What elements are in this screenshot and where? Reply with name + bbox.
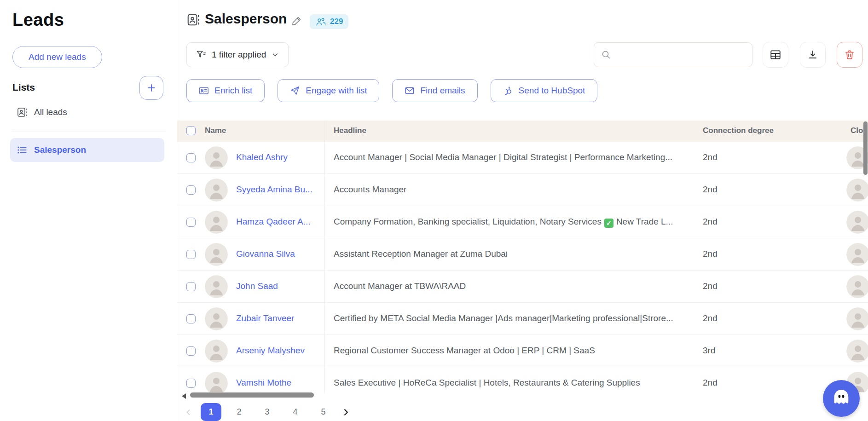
row-checkbox[interactable] — [186, 218, 196, 227]
lead-headline: Assistant Reception Manager at Zuma Duba… — [334, 249, 508, 259]
horizontal-scrollbar[interactable] — [190, 392, 314, 398]
row-checkbox[interactable] — [186, 185, 196, 195]
table-header: Name Headline Connection degree Clo — [177, 121, 868, 142]
add-new-leads-button[interactable]: Add new leads — [12, 46, 102, 68]
page-button-4[interactable]: 4 — [285, 403, 306, 421]
lead-name-link[interactable]: Syyeda Amina Bu... — [236, 185, 312, 195]
page-button-2[interactable]: 2 — [229, 403, 249, 421]
leads-app: Leads Add new leads Lists All leads — [0, 0, 868, 421]
scroll-left-arrow-icon[interactable] — [182, 393, 186, 399]
sidebar-item-label: Salesperson — [34, 145, 86, 155]
white-check-mark-icon — [604, 219, 613, 228]
avatar — [205, 179, 228, 202]
find-emails-button[interactable]: Find emails — [392, 79, 477, 102]
table-row[interactable]: Hamza Qadeer A... Company Formation, Ban… — [177, 206, 868, 238]
lead-headline: Account Manager | Social Media Manager |… — [334, 152, 672, 162]
trash-icon — [844, 49, 856, 61]
avatar — [205, 372, 228, 392]
table-row[interactable]: Giovanna Silva Assistant Reception Manag… — [177, 238, 868, 271]
table-row[interactable]: Khaled Ashry Account Manager | Social Me… — [177, 142, 868, 174]
connection-degree: 2nd — [703, 249, 718, 259]
lead-name-link[interactable]: John Saad — [236, 281, 278, 291]
engage-with-list-button[interactable]: Engage with list — [278, 79, 379, 102]
filter-button[interactable]: 1 filter applied — [186, 42, 289, 67]
sidebar-item-all-leads[interactable]: All leads — [10, 100, 164, 124]
envelope-icon — [405, 86, 415, 96]
table-row[interactable]: Syyeda Amina Bu... Accounts Manager 2nd — [177, 174, 868, 206]
avatar — [846, 243, 868, 266]
download-icon — [807, 49, 819, 61]
column-divider — [324, 121, 325, 392]
search-input[interactable] — [616, 50, 746, 60]
avatar — [205, 243, 228, 266]
previous-page-icon[interactable] — [183, 404, 193, 421]
plus-icon — [146, 82, 157, 93]
lists-heading: Lists — [12, 82, 35, 93]
avatar — [846, 211, 868, 234]
lead-name-link[interactable]: Hamza Qadeer A... — [236, 217, 311, 227]
row-checkbox[interactable] — [186, 314, 196, 323]
connection-degree: 2nd — [703, 281, 718, 291]
sidebar-item-salesperson[interactable]: Salesperson — [10, 138, 164, 162]
row-checkbox[interactable] — [186, 282, 196, 291]
table-row[interactable]: Vamshi Mothe Sales Executive | HoReCa Sp… — [177, 367, 868, 392]
search-box — [594, 42, 752, 67]
sidebar-divider — [12, 132, 166, 132]
row-checkbox[interactable] — [186, 379, 196, 388]
next-page-icon[interactable] — [341, 404, 351, 421]
action-label: Engage with list — [306, 86, 367, 96]
columns-settings-button[interactable] — [763, 42, 788, 68]
page-button-3[interactable]: 3 — [257, 403, 278, 421]
action-label: Enrich list — [214, 86, 252, 96]
vertical-scrollbar[interactable] — [863, 121, 868, 175]
delete-button[interactable] — [837, 42, 862, 68]
connection-degree: 3rd — [703, 346, 715, 356]
add-list-button[interactable] — [139, 76, 163, 100]
column-header-clipped: Clo — [851, 126, 863, 135]
select-all-checkbox[interactable] — [186, 126, 196, 135]
table-grid-icon — [770, 49, 781, 61]
page-title: Leads — [12, 10, 64, 30]
lead-headline: Sales Executive | HoReCa Specialist | Ho… — [334, 378, 640, 388]
sidebar: Leads Add new leads Lists All leads — [0, 0, 177, 421]
avatar — [846, 179, 868, 202]
table-row[interactable]: Zubair Tanveer Certified by META Social … — [177, 303, 868, 335]
edit-pencil-icon[interactable] — [291, 15, 302, 28]
action-label: Find emails — [420, 86, 465, 96]
page-button-1[interactable]: 1 — [201, 403, 221, 421]
sidebar-item-label: All leads — [34, 107, 67, 117]
id-card-icon — [199, 86, 209, 96]
search-icon — [601, 49, 612, 60]
avatar — [846, 340, 868, 363]
lead-headline: Certified by META Social Media Manager |… — [334, 313, 673, 323]
enrich-list-button[interactable]: Enrich list — [186, 79, 265, 102]
connection-degree: 2nd — [703, 185, 718, 195]
column-header-headline: Headline — [334, 126, 366, 135]
lead-name-link[interactable]: Arseniy Malyshev — [236, 346, 305, 356]
people-icon — [315, 17, 326, 26]
lead-name-link[interactable]: Khaled Ashry — [236, 152, 288, 162]
download-button[interactable] — [800, 42, 826, 68]
paper-plane-icon — [290, 86, 300, 96]
action-label: Send to HubSpot — [519, 86, 585, 96]
table-row[interactable]: John Saad Account Manager at TBWA\RAAD 2… — [177, 271, 868, 303]
lead-name-link[interactable]: Zubair Tanveer — [236, 313, 294, 323]
filter-icon — [196, 50, 206, 59]
row-checkbox[interactable] — [186, 250, 196, 259]
lead-count: 229 — [330, 17, 343, 26]
main-header: Salesperson 229 — [177, 0, 868, 37]
lead-name-link[interactable]: Giovanna Silva — [236, 249, 295, 259]
filter-label: 1 filter applied — [212, 50, 266, 60]
table-row[interactable]: Arseniy Malyshev Regional Customer Succe… — [177, 335, 868, 367]
lead-headline: Regional Customer Success Manager at Odo… — [334, 346, 595, 356]
pagination: 1 2 3 4 5 — [183, 403, 351, 421]
column-header-name: Name — [205, 126, 226, 135]
list-title: Salesperson — [205, 11, 287, 27]
avatar — [846, 275, 868, 298]
send-to-hubspot-button[interactable]: Send to HubSpot — [491, 79, 598, 102]
row-checkbox[interactable] — [186, 153, 196, 162]
page-button-5[interactable]: 5 — [313, 403, 334, 421]
ghost-chat-button[interactable] — [823, 380, 860, 417]
lead-name-link[interactable]: Vamshi Mothe — [236, 378, 291, 388]
row-checkbox[interactable] — [186, 346, 196, 356]
